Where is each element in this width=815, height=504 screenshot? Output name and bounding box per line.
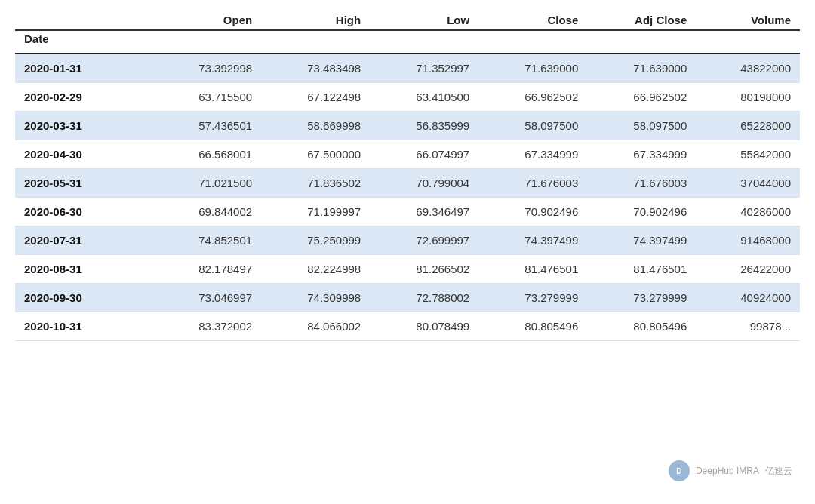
cell-open: 57.436501 bbox=[152, 112, 261, 140]
watermark-logo-text: D bbox=[676, 467, 681, 475]
table-row: 2020-09-3073.04699774.30999872.78800273.… bbox=[15, 284, 800, 312]
cell-volume: 55842000 bbox=[696, 140, 800, 169]
cell-open: 73.046997 bbox=[152, 284, 261, 312]
table-row: 2020-04-3066.56800167.50000066.07499767.… bbox=[15, 140, 800, 169]
cell-volume: 26422000 bbox=[696, 255, 800, 284]
cell-open: 66.568001 bbox=[152, 140, 261, 169]
cell-volume: 37044000 bbox=[696, 169, 800, 198]
col-header-low: Low bbox=[370, 8, 478, 30]
cell-volume: 43822000 bbox=[696, 54, 800, 83]
cell-low: 63.410500 bbox=[370, 83, 478, 112]
cell-date: 2020-05-31 bbox=[15, 169, 152, 198]
cell-low: 71.352997 bbox=[370, 54, 478, 83]
cell-adj_close: 66.962502 bbox=[587, 83, 696, 112]
cell-volume: 65228000 bbox=[696, 112, 800, 140]
col-header-high: High bbox=[261, 8, 370, 30]
cell-high: 73.483498 bbox=[261, 54, 370, 83]
col-subheader-volume bbox=[696, 30, 800, 54]
cell-adj_close: 71.639000 bbox=[587, 54, 696, 83]
cell-close: 58.097500 bbox=[478, 112, 587, 140]
cell-close: 70.902496 bbox=[478, 198, 587, 226]
cell-low: 81.266502 bbox=[370, 255, 478, 284]
col-header-open: Open bbox=[152, 8, 261, 30]
watermark-brand1: DeepHub IMRA bbox=[696, 466, 759, 476]
cell-volume: 80198000 bbox=[696, 83, 800, 112]
cell-low: 69.346497 bbox=[370, 198, 478, 226]
cell-open: 71.021500 bbox=[152, 169, 261, 198]
col-subheader-low bbox=[370, 30, 478, 54]
cell-high: 82.224998 bbox=[261, 255, 370, 284]
cell-low: 70.799004 bbox=[370, 169, 478, 198]
cell-volume: 99878... bbox=[696, 312, 800, 341]
col-subheader-high bbox=[261, 30, 370, 54]
col-header-adj-close: Adj Close bbox=[587, 8, 696, 30]
cell-low: 66.074997 bbox=[370, 140, 478, 169]
cell-volume: 40924000 bbox=[696, 284, 800, 312]
cell-open: 69.844002 bbox=[152, 198, 261, 226]
cell-high: 58.669998 bbox=[261, 112, 370, 140]
cell-volume: 91468000 bbox=[696, 226, 800, 255]
cell-date: 2020-07-31 bbox=[15, 226, 152, 255]
cell-adj_close: 70.902496 bbox=[587, 198, 696, 226]
table-row: 2020-10-3183.37200284.06600280.07849980.… bbox=[15, 312, 800, 341]
watermark-logo: D bbox=[669, 460, 690, 481]
table-row: 2020-05-3171.02150071.83650270.79900471.… bbox=[15, 169, 800, 198]
cell-date: 2020-10-31 bbox=[15, 312, 152, 341]
cell-adj_close: 81.476501 bbox=[587, 255, 696, 284]
cell-adj_close: 74.397499 bbox=[587, 226, 696, 255]
cell-high: 67.122498 bbox=[261, 83, 370, 112]
cell-date: 2020-06-30 bbox=[15, 198, 152, 226]
cell-close: 71.676003 bbox=[478, 169, 587, 198]
cell-close: 66.962502 bbox=[478, 83, 587, 112]
stock-data-table: Open High Low Close Adj Close Volume Dat… bbox=[15, 8, 800, 341]
cell-high: 67.500000 bbox=[261, 140, 370, 169]
cell-open: 74.852501 bbox=[152, 226, 261, 255]
table-date-label-row: Date bbox=[15, 30, 800, 54]
cell-close: 74.397499 bbox=[478, 226, 587, 255]
table-row: 2020-06-3069.84400271.19999769.34649770.… bbox=[15, 198, 800, 226]
cell-open: 82.178497 bbox=[152, 255, 261, 284]
cell-high: 74.309998 bbox=[261, 284, 370, 312]
table-row: 2020-01-3173.39299873.48349871.35299771.… bbox=[15, 54, 800, 83]
cell-low: 72.699997 bbox=[370, 226, 478, 255]
cell-adj_close: 58.097500 bbox=[587, 112, 696, 140]
cell-low: 72.788002 bbox=[370, 284, 478, 312]
table-header-row: Open High Low Close Adj Close Volume bbox=[15, 8, 800, 30]
cell-close: 81.476501 bbox=[478, 255, 587, 284]
data-table-container: Open High Low Close Adj Close Volume Dat… bbox=[15, 8, 800, 341]
table-row: 2020-03-3157.43650158.66999856.83599958.… bbox=[15, 112, 800, 140]
table-row: 2020-07-3174.85250175.25099972.69999774.… bbox=[15, 226, 800, 255]
cell-adj_close: 73.279999 bbox=[587, 284, 696, 312]
cell-date: 2020-09-30 bbox=[15, 284, 152, 312]
cell-close: 67.334999 bbox=[478, 140, 587, 169]
cell-close: 73.279999 bbox=[478, 284, 587, 312]
cell-high: 75.250999 bbox=[261, 226, 370, 255]
cell-low: 80.078499 bbox=[370, 312, 478, 341]
cell-high: 71.836502 bbox=[261, 169, 370, 198]
watermark: D DeepHub IMRA 亿速云 bbox=[669, 460, 792, 481]
col-subheader-close bbox=[478, 30, 587, 54]
cell-date: 2020-03-31 bbox=[15, 112, 152, 140]
cell-close: 71.639000 bbox=[478, 54, 587, 83]
col-header-close: Close bbox=[478, 8, 587, 30]
cell-adj_close: 71.676003 bbox=[587, 169, 696, 198]
cell-adj_close: 67.334999 bbox=[587, 140, 696, 169]
cell-high: 84.066002 bbox=[261, 312, 370, 341]
cell-close: 80.805496 bbox=[478, 312, 587, 341]
table-row: 2020-08-3182.17849782.22499881.26650281.… bbox=[15, 255, 800, 284]
cell-open: 73.392998 bbox=[152, 54, 261, 83]
cell-low: 56.835999 bbox=[370, 112, 478, 140]
cell-date: 2020-08-31 bbox=[15, 255, 152, 284]
cell-open: 83.372002 bbox=[152, 312, 261, 341]
col-subheader-adj-close bbox=[587, 30, 696, 54]
cell-high: 71.199997 bbox=[261, 198, 370, 226]
cell-adj_close: 80.805496 bbox=[587, 312, 696, 341]
col-subheader-open bbox=[152, 30, 261, 54]
cell-date: 2020-04-30 bbox=[15, 140, 152, 169]
cell-date: 2020-01-31 bbox=[15, 54, 152, 83]
table-row: 2020-02-2963.71550067.12249863.41050066.… bbox=[15, 83, 800, 112]
cell-date: 2020-02-29 bbox=[15, 83, 152, 112]
table-body: 2020-01-3173.39299873.48349871.35299771.… bbox=[15, 54, 800, 341]
col-header-date: Date bbox=[15, 30, 152, 54]
watermark-brand2: 亿速云 bbox=[765, 465, 792, 478]
